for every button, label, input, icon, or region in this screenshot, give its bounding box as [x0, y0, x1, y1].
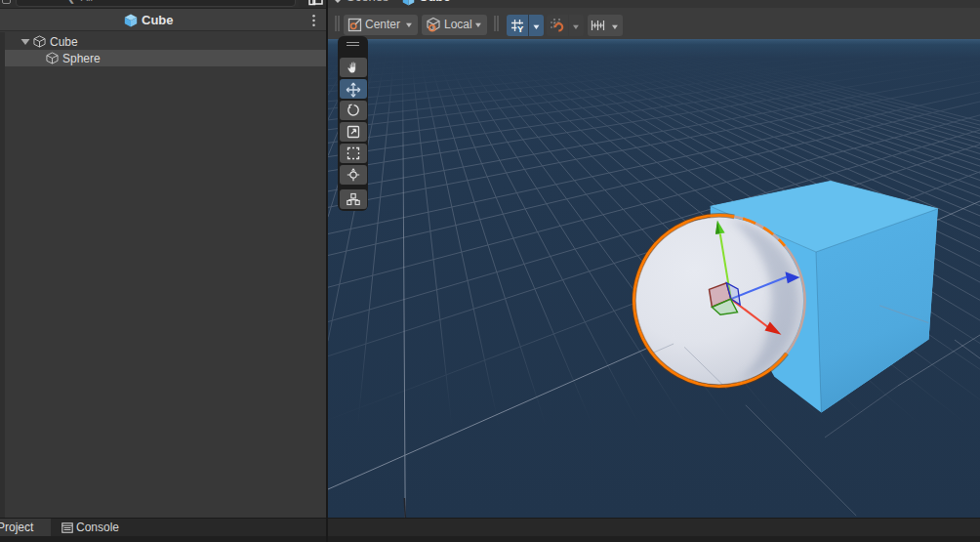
svg-text:Y: Y	[517, 23, 524, 33]
